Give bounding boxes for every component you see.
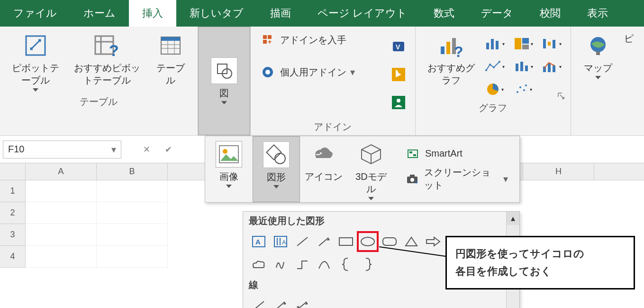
- shapes-button[interactable]: 図形: [253, 136, 300, 202]
- bing-addin-icon[interactable]: [390, 66, 407, 83]
- group-tables: ピボットテーブル ? おすすめピボットテーブル テーブル テーブル: [0, 27, 198, 135]
- ribbon-panel: ピボットテーブル ? おすすめピボットテーブル テーブル テーブル 図: [0, 27, 644, 136]
- svg-rect-23: [441, 47, 444, 54]
- svg-rect-29: [496, 41, 499, 49]
- tab-home[interactable]: ホーム: [70, 0, 129, 27]
- group-illustrations: 図: [198, 27, 251, 135]
- cell[interactable]: [97, 224, 168, 246]
- cell[interactable]: [26, 246, 97, 268]
- svg-rect-59: [409, 151, 412, 153]
- enter-formula-button[interactable]: ✔: [157, 140, 179, 159]
- scribble-shape[interactable]: [270, 254, 291, 268]
- get-addins-button[interactable]: + アドインを入手: [256, 30, 388, 49]
- svg-point-37: [489, 64, 491, 65]
- tab-newtab[interactable]: 新しいタブ: [176, 0, 257, 27]
- oval-shape[interactable]: [357, 231, 379, 252]
- left-brace-shape[interactable]: [335, 254, 357, 268]
- visio-addin-icon[interactable]: V: [390, 38, 407, 55]
- textbox-shape[interactable]: A: [248, 231, 270, 252]
- svg-point-48: [519, 86, 521, 88]
- svg-text:A: A: [282, 239, 286, 246]
- cloud-shape[interactable]: [248, 254, 270, 268]
- col-header[interactable]: B: [97, 163, 168, 180]
- rectangle-shape[interactable]: [335, 231, 357, 252]
- scatter-chart-button[interactable]: ▾: [510, 79, 536, 100]
- tab-file[interactable]: ファイル: [0, 0, 70, 27]
- cell[interactable]: [26, 202, 97, 224]
- chevron-down-icon: ▾: [559, 64, 562, 69]
- get-addins-icon: +: [261, 33, 274, 47]
- illustrations-button[interactable]: 図: [198, 27, 250, 135]
- tab-formulas[interactable]: 数式: [420, 0, 468, 27]
- column-chart-button[interactable]: ▾: [481, 33, 508, 54]
- svg-rect-31: [522, 38, 529, 44]
- chart-launcher-icon[interactable]: [538, 79, 565, 100]
- cell[interactable]: [97, 202, 168, 224]
- cancel-formula-button[interactable]: ✕: [136, 140, 157, 159]
- row-header[interactable]: 4: [0, 246, 26, 268]
- row-header[interactable]: 1: [0, 180, 26, 202]
- tab-pagelayout[interactable]: ページ レイアウト: [304, 0, 420, 27]
- row-header[interactable]: 2: [0, 202, 26, 224]
- vertical-textbox-shape[interactable]: A: [270, 231, 291, 252]
- row-header[interactable]: 3: [0, 224, 26, 246]
- tab-draw[interactable]: 描画: [257, 0, 304, 27]
- svg-text:+: +: [415, 179, 418, 184]
- pivotchart-button[interactable]: ピ: [619, 30, 638, 81]
- chevron-down-icon: ▾: [559, 41, 562, 47]
- combo-chart-button[interactable]: ▾: [538, 56, 565, 77]
- table-button[interactable]: テーブル: [149, 30, 192, 93]
- line-arrow-shape[interactable]: [313, 231, 335, 252]
- cell[interactable]: [97, 180, 168, 202]
- tab-view[interactable]: 表示: [574, 0, 621, 27]
- name-box[interactable]: F10 ▾: [3, 140, 121, 159]
- chevron-down-icon[interactable]: ▾: [111, 144, 116, 155]
- hierarchy-chart-button[interactable]: ▾: [510, 33, 536, 54]
- smartart-button[interactable]: SmartArt: [401, 144, 513, 163]
- svg-point-54: [223, 149, 227, 154]
- people-addin-icon[interactable]: [390, 94, 407, 111]
- cell[interactable]: [26, 224, 97, 246]
- recommended-charts-button[interactable]: ? おすすめグラフ: [421, 30, 481, 100]
- my-addins-button[interactable]: 個人用アドイン ▾: [256, 63, 388, 82]
- waterfall-chart-button[interactable]: ▾: [538, 33, 565, 54]
- connector-elbow-shape[interactable]: [291, 254, 313, 268]
- pivot-table-button[interactable]: ピボットテーブル: [6, 30, 65, 93]
- cell[interactable]: [26, 180, 97, 202]
- cell[interactable]: [97, 246, 168, 268]
- col-header[interactable]: H: [523, 163, 594, 180]
- svg-text:V: V: [396, 43, 400, 51]
- svg-point-47: [517, 91, 518, 93]
- svg-rect-35: [553, 40, 555, 48]
- screenshot-label: スクリーンショット: [424, 166, 499, 192]
- select-all-corner[interactable]: [0, 163, 26, 180]
- screenshot-button[interactable]: + スクリーンショット ▾: [401, 163, 513, 195]
- tab-data[interactable]: データ: [468, 0, 526, 27]
- scroll-up-icon[interactable]: ▴: [507, 212, 519, 225]
- line-chart-button[interactable]: ▾: [481, 56, 508, 77]
- recommended-pivot-button[interactable]: ? おすすめピボットテーブル: [65, 30, 149, 93]
- line-shape[interactable]: [291, 231, 313, 252]
- map-button[interactable]: マップ: [577, 30, 619, 81]
- 3d-models-button[interactable]: 3Dモデル: [347, 136, 395, 202]
- pie-chart-button[interactable]: ▾: [481, 79, 508, 100]
- svg-rect-63: [410, 175, 415, 177]
- icons-button[interactable]: アイコン: [300, 136, 347, 202]
- svg-line-79: [379, 247, 445, 256]
- group-addins-label: アドイン: [256, 119, 409, 134]
- pictures-icon: [216, 141, 242, 168]
- chevron-down-icon: ▾: [501, 87, 504, 92]
- tab-insert[interactable]: 挿入: [129, 0, 176, 27]
- tab-review[interactable]: 校閲: [526, 0, 574, 27]
- pictures-button[interactable]: 画像: [205, 136, 253, 202]
- right-brace-shape[interactable]: [357, 254, 379, 268]
- svg-text:?: ?: [109, 41, 119, 58]
- statistic-chart-button[interactable]: ▾: [510, 56, 536, 77]
- curve-shape[interactable]: [313, 254, 335, 268]
- icons-label: アイコン: [305, 170, 343, 183]
- svg-point-39: [499, 61, 500, 63]
- smartart-icon: [406, 147, 419, 160]
- col-header[interactable]: A: [26, 163, 97, 180]
- group-maps: マップ ピ: [571, 27, 644, 135]
- svg-rect-52: [596, 51, 600, 55]
